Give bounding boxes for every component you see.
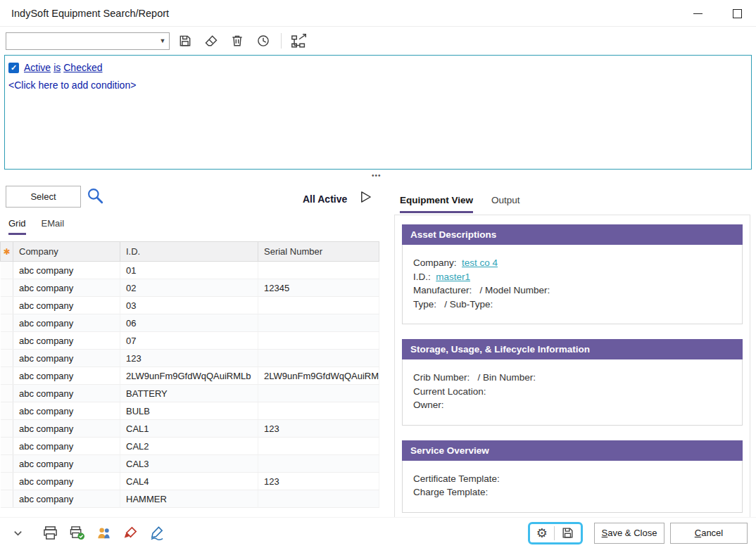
cell-company[interactable]: abc company: [13, 438, 120, 455]
delete-report-icon[interactable]: [229, 32, 246, 49]
tab-equipment-view[interactable]: Equipment View: [400, 195, 473, 213]
row-selector-cell[interactable]: [1, 262, 13, 279]
clear-conditions-icon[interactable]: [203, 32, 220, 49]
row-selector-cell[interactable]: [1, 279, 13, 297]
cell-company[interactable]: abc company: [13, 262, 120, 279]
condition-checkbox[interactable]: ✓: [8, 63, 19, 73]
cell-id[interactable]: 2LW9unFm9GfdWqQAuiRMLb: [120, 367, 258, 385]
minimize-button[interactable]: [687, 3, 708, 24]
maximize-button[interactable]: [726, 3, 748, 24]
condition-value[interactable]: Checked: [63, 62, 102, 73]
table-row[interactable]: abc company03: [1, 297, 379, 314]
table-row[interactable]: abc companyCAL1123: [1, 420, 379, 438]
table-row[interactable]: abc companyBATTERY: [1, 385, 379, 402]
cell-id[interactable]: 123: [120, 350, 258, 367]
row-selector-cell[interactable]: [1, 332, 13, 350]
table-row[interactable]: abc companyBULB: [1, 402, 379, 420]
signature-icon[interactable]: [148, 524, 166, 542]
row-selector-cell[interactable]: [1, 490, 13, 508]
column-header-serial[interactable]: Serial Number: [258, 242, 379, 262]
quick-save-icon[interactable]: [561, 526, 574, 540]
combo-caret-icon[interactable]: ▼: [156, 33, 169, 49]
cell-company[interactable]: abc company: [13, 314, 120, 332]
save-report-icon[interactable]: [177, 32, 194, 49]
cell-id[interactable]: 01: [120, 262, 258, 279]
cell-id[interactable]: BATTERY: [120, 385, 258, 402]
cell-id[interactable]: HAMMER: [120, 490, 258, 508]
run-search-icon[interactable]: [359, 190, 372, 207]
row-selector-cell[interactable]: [1, 350, 13, 367]
row-selector-cell[interactable]: [1, 455, 13, 473]
cell-serial[interactable]: [258, 385, 379, 402]
export-tree-icon[interactable]: [291, 32, 308, 49]
cell-serial[interactable]: [258, 350, 379, 367]
cancel-button[interactable]: Cancel: [670, 523, 748, 544]
cell-serial[interactable]: 2LW9unFm9GfdWqQAuiRMLb: [258, 367, 379, 385]
table-row[interactable]: abc company07: [1, 332, 379, 350]
table-row[interactable]: abc company01: [1, 262, 379, 279]
history-icon[interactable]: [255, 32, 272, 49]
cell-company[interactable]: abc company: [13, 473, 120, 490]
condition-row[interactable]: ✓ ActiveisChecked: [8, 62, 748, 73]
cell-id[interactable]: CAL2: [120, 438, 258, 455]
condition-field[interactable]: Active: [24, 62, 51, 73]
row-selector-cell[interactable]: [1, 297, 13, 314]
row-selector-cell[interactable]: [1, 314, 13, 332]
cell-serial[interactable]: [258, 455, 379, 473]
row-selector-cell[interactable]: [1, 367, 13, 385]
cell-serial[interactable]: [258, 314, 379, 332]
report-name-combobox[interactable]: ▼: [6, 32, 170, 50]
table-row[interactable]: abc company2LW9unFm9GfdWqQAuiRMLb2LW9unF…: [1, 367, 379, 385]
cell-id[interactable]: BULB: [120, 402, 258, 420]
table-row[interactable]: abc company123: [1, 350, 379, 367]
users-icon[interactable]: [94, 524, 113, 542]
cell-id[interactable]: 02: [120, 279, 258, 297]
cell-id[interactable]: 06: [120, 314, 258, 332]
cell-serial[interactable]: [258, 262, 379, 279]
settings-gear-icon[interactable]: ⚙: [536, 527, 548, 540]
cell-serial[interactable]: [258, 438, 379, 455]
cell-serial[interactable]: [258, 402, 379, 420]
cell-company[interactable]: abc company: [13, 350, 120, 367]
cell-company[interactable]: abc company: [13, 455, 120, 473]
design-tool-icon[interactable]: [121, 524, 139, 542]
cell-company[interactable]: abc company: [13, 367, 120, 385]
cell-serial[interactable]: 123: [258, 473, 379, 490]
table-row[interactable]: abc company06: [1, 314, 379, 332]
row-selector-cell[interactable]: [1, 420, 13, 438]
cell-serial[interactable]: [258, 297, 379, 314]
cell-serial[interactable]: 123: [258, 420, 379, 438]
tab-output[interactable]: Output: [491, 195, 520, 213]
print-icon[interactable]: [41, 524, 59, 542]
cell-company[interactable]: abc company: [13, 490, 120, 508]
cell-company[interactable]: abc company: [13, 385, 120, 402]
record-link[interactable]: test co 4: [462, 257, 498, 268]
cell-company[interactable]: abc company: [13, 279, 120, 297]
table-row[interactable]: abc companyCAL3: [1, 455, 379, 473]
cell-company[interactable]: abc company: [13, 297, 120, 314]
save-close-button[interactable]: Save & Close: [594, 523, 664, 544]
row-selector-cell[interactable]: [1, 385, 13, 402]
table-row[interactable]: abc companyCAL2: [1, 438, 379, 455]
condition-operator[interactable]: is: [53, 62, 61, 73]
report-name-input[interactable]: [6, 33, 156, 49]
add-condition-link[interactable]: <Click here to add condition>: [8, 79, 748, 91]
table-row[interactable]: abc companyCAL4123: [1, 473, 379, 490]
cell-id[interactable]: 07: [120, 332, 258, 350]
row-selector-cell[interactable]: [1, 402, 13, 420]
cell-serial[interactable]: [258, 490, 379, 508]
column-header-company[interactable]: Company: [13, 242, 120, 262]
select-button[interactable]: Select: [6, 186, 81, 208]
print-verified-icon[interactable]: [68, 524, 86, 542]
cell-id[interactable]: CAL4: [120, 473, 258, 490]
table-row[interactable]: abc company0212345: [1, 279, 379, 297]
cell-serial[interactable]: [258, 332, 379, 350]
table-row[interactable]: abc companyHAMMER: [1, 490, 379, 508]
column-header-id[interactable]: I.D.: [120, 242, 258, 262]
tab-email[interactable]: EMail: [42, 218, 65, 235]
tab-grid[interactable]: Grid: [8, 218, 26, 235]
cell-company[interactable]: abc company: [13, 420, 120, 438]
row-selector-cell[interactable]: [1, 438, 13, 455]
search-icon[interactable]: [86, 186, 104, 208]
row-selector-cell[interactable]: [1, 473, 13, 490]
